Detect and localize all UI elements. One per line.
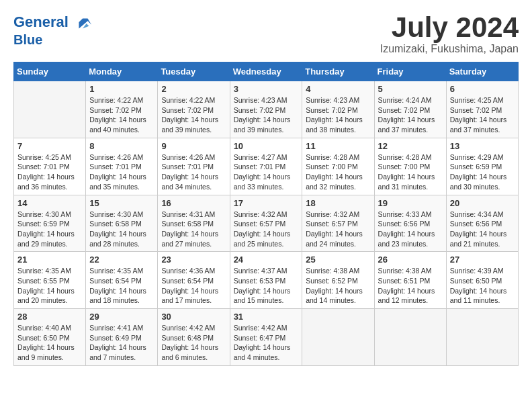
cell-content: Sunrise: 4:31 AMSunset: 6:58 PMDaylight:… <box>161 210 226 249</box>
calendar-cell: 22Sunrise: 4:35 AMSunset: 6:54 PMDayligh… <box>86 252 158 309</box>
cell-content: Sunrise: 4:22 AMSunset: 7:02 PMDaylight:… <box>89 95 154 135</box>
cell-content: Sunrise: 4:33 AMSunset: 6:56 PMDaylight:… <box>378 210 443 249</box>
day-number: 16 <box>161 198 226 208</box>
calendar-cell: 26Sunrise: 4:38 AMSunset: 6:51 PMDayligh… <box>374 252 446 309</box>
calendar-cell: 24Sunrise: 4:37 AMSunset: 6:53 PMDayligh… <box>230 252 302 309</box>
day-number: 20 <box>450 198 515 208</box>
day-number: 12 <box>378 141 443 151</box>
calendar-cell: 3Sunrise: 4:23 AMSunset: 7:02 PMDaylight… <box>230 81 302 138</box>
cell-content: Sunrise: 4:32 AMSunset: 6:57 PMDaylight:… <box>306 210 370 249</box>
calendar-table: SundayMondayTuesdayWednesdayThursdayFrid… <box>13 62 519 366</box>
day-number: 7 <box>17 141 82 151</box>
logo-text: General <box>13 13 93 32</box>
calendar-cell: 10Sunrise: 4:27 AMSunset: 7:01 PMDayligh… <box>230 138 302 195</box>
cell-content: Sunrise: 4:38 AMSunset: 6:52 PMDaylight:… <box>306 266 370 306</box>
day-number: 31 <box>234 312 299 322</box>
weekday-header-wednesday: Wednesday <box>230 62 302 81</box>
cell-content: Sunrise: 4:41 AMSunset: 6:49 PMDaylight:… <box>89 323 154 363</box>
cell-content: Sunrise: 4:37 AMSunset: 6:53 PMDaylight:… <box>234 266 299 306</box>
cell-content: Sunrise: 4:28 AMSunset: 7:00 PMDaylight:… <box>378 152 443 192</box>
calendar-cell: 5Sunrise: 4:24 AMSunset: 7:02 PMDaylight… <box>374 81 446 138</box>
cell-content: Sunrise: 4:25 AMSunset: 7:01 PMDaylight:… <box>17 152 82 192</box>
cell-content: Sunrise: 4:32 AMSunset: 6:57 PMDaylight:… <box>234 210 299 249</box>
calendar-cell: 12Sunrise: 4:28 AMSunset: 7:00 PMDayligh… <box>374 138 446 195</box>
day-number: 21 <box>17 255 82 265</box>
day-number: 2 <box>161 84 226 94</box>
calendar-cell: 2Sunrise: 4:22 AMSunset: 7:02 PMDaylight… <box>158 81 230 138</box>
calendar-cell: 9Sunrise: 4:26 AMSunset: 7:01 PMDaylight… <box>158 138 230 195</box>
cell-content: Sunrise: 4:38 AMSunset: 6:51 PMDaylight:… <box>378 266 443 306</box>
weekday-header-saturday: Saturday <box>446 62 518 81</box>
day-number: 18 <box>306 198 370 208</box>
cell-content: Sunrise: 4:25 AMSunset: 7:02 PMDaylight:… <box>450 95 515 135</box>
cell-content: Sunrise: 4:29 AMSunset: 6:59 PMDaylight:… <box>450 152 515 192</box>
weekday-header-row: SundayMondayTuesdayWednesdayThursdayFrid… <box>14 62 519 81</box>
calendar-cell: 30Sunrise: 4:42 AMSunset: 6:48 PMDayligh… <box>158 309 230 366</box>
calendar-cell: 27Sunrise: 4:39 AMSunset: 6:50 PMDayligh… <box>446 252 518 309</box>
day-number: 25 <box>306 255 370 265</box>
calendar-cell: 14Sunrise: 4:30 AMSunset: 6:59 PMDayligh… <box>14 195 86 252</box>
calendar-cell: 18Sunrise: 4:32 AMSunset: 6:57 PMDayligh… <box>302 195 374 252</box>
weekday-header-monday: Monday <box>86 62 158 81</box>
day-number: 22 <box>89 255 154 265</box>
day-number: 17 <box>234 198 299 208</box>
day-number: 4 <box>306 84 370 94</box>
calendar-cell: 21Sunrise: 4:35 AMSunset: 6:55 PMDayligh… <box>14 252 86 309</box>
calendar-cell: 7Sunrise: 4:25 AMSunset: 7:01 PMDaylight… <box>14 138 86 195</box>
week-row-2: 7Sunrise: 4:25 AMSunset: 7:01 PMDaylight… <box>14 138 519 195</box>
logo-text-blue: Blue <box>13 32 93 47</box>
cell-content: Sunrise: 4:28 AMSunset: 7:00 PMDaylight:… <box>306 152 370 192</box>
day-number: 24 <box>234 255 299 265</box>
calendar-cell: 6Sunrise: 4:25 AMSunset: 7:02 PMDaylight… <box>446 81 518 138</box>
day-number: 8 <box>89 141 154 151</box>
cell-content: Sunrise: 4:35 AMSunset: 6:54 PMDaylight:… <box>89 266 154 306</box>
day-number: 5 <box>378 84 443 94</box>
cell-content: Sunrise: 4:24 AMSunset: 7:02 PMDaylight:… <box>378 95 443 135</box>
calendar-cell: 16Sunrise: 4:31 AMSunset: 6:58 PMDayligh… <box>158 195 230 252</box>
cell-content: Sunrise: 4:40 AMSunset: 6:50 PMDaylight:… <box>17 323 82 363</box>
cell-content: Sunrise: 4:30 AMSunset: 6:59 PMDaylight:… <box>17 210 82 249</box>
cell-content: Sunrise: 4:30 AMSunset: 6:58 PMDaylight:… <box>89 210 154 249</box>
week-row-5: 28Sunrise: 4:40 AMSunset: 6:50 PMDayligh… <box>14 309 519 366</box>
day-number: 14 <box>17 198 82 208</box>
day-number: 29 <box>89 312 154 322</box>
day-number: 13 <box>450 141 515 151</box>
day-number: 23 <box>161 255 226 265</box>
cell-content: Sunrise: 4:35 AMSunset: 6:55 PMDaylight:… <box>17 266 82 306</box>
cell-content: Sunrise: 4:39 AMSunset: 6:50 PMDaylight:… <box>450 266 515 306</box>
day-number: 1 <box>89 84 154 94</box>
cell-content: Sunrise: 4:42 AMSunset: 6:47 PMDaylight:… <box>234 323 299 363</box>
calendar-cell: 13Sunrise: 4:29 AMSunset: 6:59 PMDayligh… <box>446 138 518 195</box>
cell-content: Sunrise: 4:23 AMSunset: 7:02 PMDaylight:… <box>234 95 299 135</box>
calendar-cell: 31Sunrise: 4:42 AMSunset: 6:47 PMDayligh… <box>230 309 302 366</box>
location: Izumizaki, Fukushima, Japan <box>380 43 519 55</box>
cell-content: Sunrise: 4:42 AMSunset: 6:48 PMDaylight:… <box>161 323 226 363</box>
calendar-cell: 23Sunrise: 4:36 AMSunset: 6:54 PMDayligh… <box>158 252 230 309</box>
cell-content: Sunrise: 4:23 AMSunset: 7:02 PMDaylight:… <box>306 95 370 135</box>
calendar-cell: 1Sunrise: 4:22 AMSunset: 7:02 PMDaylight… <box>86 81 158 138</box>
calendar-cell: 4Sunrise: 4:23 AMSunset: 7:02 PMDaylight… <box>302 81 374 138</box>
day-number: 11 <box>306 141 370 151</box>
cell-content: Sunrise: 4:26 AMSunset: 7:01 PMDaylight:… <box>161 152 226 192</box>
calendar-cell: 17Sunrise: 4:32 AMSunset: 6:57 PMDayligh… <box>230 195 302 252</box>
week-row-4: 21Sunrise: 4:35 AMSunset: 6:55 PMDayligh… <box>14 252 519 309</box>
page-header: General Blue July 2024 Izumizaki, Fukush… <box>13 13 519 55</box>
month-title: July 2024 <box>380 13 519 42</box>
day-number: 3 <box>234 84 299 94</box>
cell-content: Sunrise: 4:36 AMSunset: 6:54 PMDaylight:… <box>161 266 226 306</box>
title-area: July 2024 Izumizaki, Fukushima, Japan <box>380 13 519 55</box>
day-number: 26 <box>378 255 443 265</box>
calendar-cell: 15Sunrise: 4:30 AMSunset: 6:58 PMDayligh… <box>86 195 158 252</box>
calendar-cell: 28Sunrise: 4:40 AMSunset: 6:50 PMDayligh… <box>14 309 86 366</box>
weekday-header-sunday: Sunday <box>14 62 86 81</box>
day-number: 6 <box>450 84 515 94</box>
week-row-3: 14Sunrise: 4:30 AMSunset: 6:59 PMDayligh… <box>14 195 519 252</box>
cell-content: Sunrise: 4:26 AMSunset: 7:01 PMDaylight:… <box>89 152 154 192</box>
weekday-header-thursday: Thursday <box>302 62 374 81</box>
calendar-cell: 11Sunrise: 4:28 AMSunset: 7:00 PMDayligh… <box>302 138 374 195</box>
calendar-cell <box>374 309 446 366</box>
day-number: 15 <box>89 198 154 208</box>
day-number: 19 <box>378 198 443 208</box>
weekday-header-tuesday: Tuesday <box>158 62 230 81</box>
cell-content: Sunrise: 4:22 AMSunset: 7:02 PMDaylight:… <box>161 95 226 135</box>
